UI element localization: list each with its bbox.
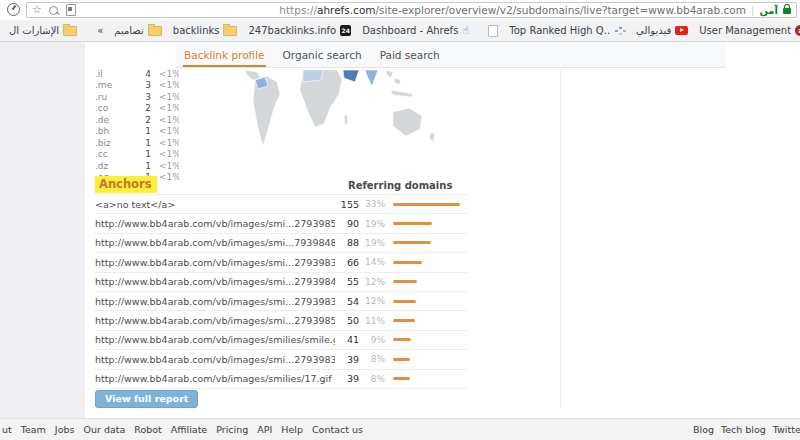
anchor-text-link[interactable]: http://www.bb4arab.com/vb/images/smilies…: [95, 373, 335, 384]
bookmark-item[interactable]: فيديوالي: [636, 25, 688, 36]
tld-count: 4: [135, 69, 151, 79]
anchor-row: http://www.bb4arab.com/vb/images/smi...2…: [95, 252, 467, 271]
footer-link[interactable]: API: [257, 424, 272, 435]
footer-link[interactable]: Jobs: [55, 424, 75, 435]
bookmark-item[interactable]: backlinks: [173, 25, 238, 36]
referring-domains-percent: 9%: [359, 335, 385, 345]
anchor-text-link[interactable]: http://www.bb4arab.com/vb/images/smi...2…: [95, 354, 335, 365]
tld-name[interactable]: .de: [95, 115, 135, 125]
bookmark-item[interactable]: تصاميم: [114, 25, 162, 36]
footer-link[interactable]: Blog: [693, 424, 714, 435]
footer-link[interactable]: Pricing: [216, 424, 248, 435]
footer-link[interactable]: Contact us: [312, 424, 363, 435]
footer-link[interactable]: Twitter: [773, 424, 800, 435]
anchor-text-link[interactable]: http://www.bb4arab.com/vb/images/smi...2…: [95, 315, 335, 326]
tld-count: 1: [135, 138, 151, 148]
tld-count: 3: [135, 92, 151, 102]
anchor-text-link[interactable]: http://www.bb4arab.com/vb/images/smi...2…: [95, 257, 335, 268]
referring-domains-bar: [393, 319, 463, 322]
folder-icon: [223, 26, 237, 36]
referring-domains-percent: 19%: [359, 219, 385, 229]
tld-share: <1%: [159, 69, 179, 79]
referring-domains-bar: [393, 338, 463, 341]
world-map: [243, 70, 443, 176]
address-bar[interactable]: ☆ https://ahrefs.com/site-explorer/overv…: [26, 2, 797, 18]
bookmark-label: backlinks: [173, 25, 220, 36]
referring-domains-bar: [393, 300, 463, 303]
referring-domains-count: 41: [335, 334, 359, 345]
anchor-text-link[interactable]: http://www.bb4arab.com/vb/images/smi...2…: [95, 296, 335, 307]
tld-name[interactable]: .ru: [95, 92, 135, 102]
url-text[interactable]: https://ahrefs.com/site-explorer/overvie…: [279, 4, 746, 16]
secure-label: آمن: [759, 5, 778, 16]
referring-domains-bar: [393, 222, 463, 225]
tld-row: .biz 1 <1%: [95, 137, 179, 149]
zoom-icon[interactable]: [49, 6, 58, 15]
tld-row: .de 2 <1%: [95, 114, 179, 126]
report-tab[interactable]: Backlink profile: [183, 49, 266, 67]
referring-domains-count: 39: [335, 354, 359, 365]
report-tab[interactable]: Organic search: [282, 49, 363, 67]
tld-name[interactable]: .bh: [95, 126, 135, 136]
tld-name[interactable]: .il: [95, 69, 135, 79]
referring-domains-percent: 12%: [359, 296, 385, 306]
bookmark-item[interactable]: 247backlinks.info: [248, 25, 351, 36]
anchor-text-link[interactable]: <a>no text</a>: [95, 199, 335, 210]
bookmark-item[interactable]: «: [97, 25, 103, 36]
tld-share: <1%: [159, 92, 179, 102]
footer-link[interactable]: Tech blog: [721, 424, 766, 435]
footer-link[interactable]: Our data: [83, 424, 125, 435]
referring-domains-count: 155: [335, 199, 359, 210]
tld-count: 1: [135, 149, 151, 159]
footer-link[interactable]: ut: [2, 424, 12, 435]
footer-link[interactable]: Affiliate: [171, 424, 207, 435]
tld-distribution-list: .il 4 <1% .me 3 <1% .ru 3 <1%: [95, 68, 179, 180]
tld-count: 2: [135, 103, 151, 113]
page-extension-icon[interactable]: [66, 4, 76, 16]
footer-link[interactable]: Help: [281, 424, 303, 435]
anchor-text-link[interactable]: http://www.bb4arab.com/vb/images/smi...2…: [95, 218, 335, 229]
tld-share: <1%: [159, 161, 179, 171]
bookmark-item[interactable]: Top Ranked High Q..: [509, 25, 625, 36]
anchor-text-link[interactable]: http://www.bb4arab.com/vb/images/smi...2…: [95, 276, 335, 287]
referring-domains-percent: 8%: [359, 354, 385, 364]
bookmark-label: فيديوالي: [636, 25, 671, 36]
bookmarks-bar: الإشارات ال « تصاميم backlinks 247backli…: [0, 20, 800, 42]
bookmark-star-icon[interactable]: ☆: [32, 5, 42, 15]
footer-links-right: BlogTech blogTwitterFac: [693, 424, 800, 435]
referring-domains-count: 88: [335, 237, 359, 248]
bookmark-item[interactable]: الإشارات ال: [9, 25, 77, 36]
tld-row: .dz 1 <1%: [95, 160, 179, 172]
overview-card: Backlink profile Organic search Paid sea…: [88, 42, 638, 418]
anchor-text-link[interactable]: http://www.bb4arab.com/vb/images/smi...7…: [95, 237, 335, 248]
divider: |: [751, 5, 754, 16]
referring-domains-percent: 33%: [359, 199, 385, 209]
bookmark-label: 247backlinks.info: [248, 25, 336, 36]
column-divider: [560, 68, 561, 408]
tld-name[interactable]: .dz: [95, 161, 135, 171]
gauge-extension-icon[interactable]: [7, 3, 20, 16]
tld-share: <1%: [159, 138, 179, 148]
tld-name[interactable]: .cc: [95, 149, 135, 159]
tld-share: <1%: [159, 126, 179, 136]
footer-link[interactable]: Team: [21, 424, 46, 435]
page-footer: utTeamJobsOur dataRobotAffiliatePricingA…: [0, 418, 800, 440]
tld-name[interactable]: .me: [95, 80, 135, 90]
referring-domains-bar: [393, 377, 463, 380]
tld-name[interactable]: .biz: [95, 138, 135, 148]
b247-icon: [340, 25, 351, 36]
tld-share: <1%: [159, 103, 179, 113]
bookmark-item[interactable]: [484, 25, 498, 37]
referring-domains-percent: 12%: [359, 277, 385, 287]
view-full-report-button[interactable]: View full report: [95, 390, 198, 408]
anchor-row: http://www.bb4arab.com/vb/images/smilies…: [95, 330, 467, 349]
tld-name[interactable]: .co: [95, 103, 135, 113]
bookmark-label: Dashboard - Ahrefs: [362, 25, 458, 36]
anchor-text-link[interactable]: http://www.bb4arab.com/vb/images/smilies…: [95, 334, 335, 345]
bookmark-item[interactable]: Dashboard - Ahrefs: [362, 25, 473, 37]
tld-share: <1%: [159, 115, 179, 125]
referring-domains-percent: 11%: [359, 316, 385, 326]
bookmark-item[interactable]: User Management: [699, 25, 800, 36]
footer-link[interactable]: Robot: [134, 424, 162, 435]
report-tab[interactable]: Paid search: [379, 49, 441, 67]
